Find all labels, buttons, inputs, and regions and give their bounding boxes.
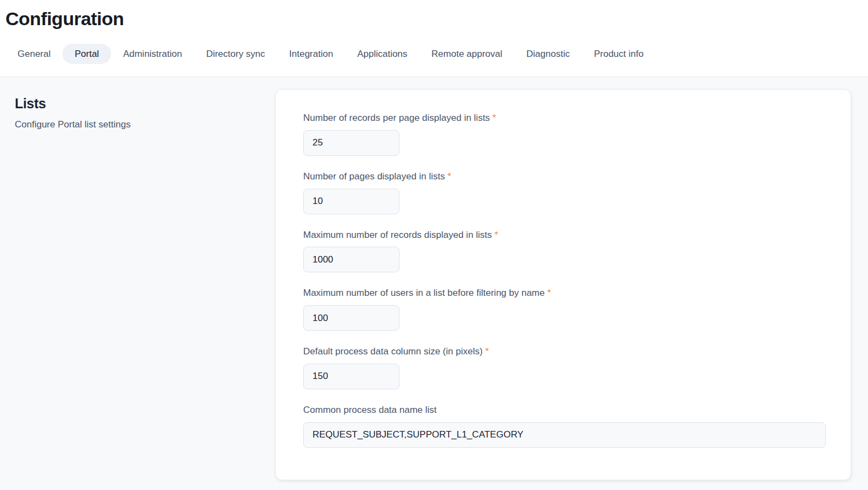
max-users-filter-input[interactable] xyxy=(303,305,400,331)
section-description: Configure Portal list settings xyxy=(15,119,264,130)
tab-integration[interactable]: Integration xyxy=(277,44,345,65)
field-label-pages-displayed: Number of pages displayed in lists * xyxy=(303,170,826,183)
field-label-records-per-page: Number of records per page displayed in … xyxy=(303,112,826,125)
field-label-common-process-data: Common process data name list xyxy=(303,404,826,417)
tab-directory-sync[interactable]: Directory sync xyxy=(194,44,277,65)
required-asterisk: * xyxy=(545,288,551,298)
field-label-text: Maximum number of users in a list before… xyxy=(303,288,545,298)
required-asterisk: * xyxy=(492,230,498,240)
form-field-max-users-filter: Maximum number of users in a list before… xyxy=(303,287,826,331)
form-field-common-process-data: Common process data name list xyxy=(303,404,826,448)
tab-portal[interactable]: Portal xyxy=(62,44,111,65)
tab-general[interactable]: General xyxy=(5,44,62,65)
form-field-max-records: Maximum number of records displayed in l… xyxy=(303,229,826,273)
section-info: Lists Configure Portal list settings xyxy=(0,77,275,490)
required-asterisk: * xyxy=(490,113,496,123)
page-title: Configuration xyxy=(5,7,868,32)
field-label-max-records: Maximum number of records displayed in l… xyxy=(303,229,826,242)
tab-product-info[interactable]: Product info xyxy=(582,44,656,65)
tab-diagnostic[interactable]: Diagnostic xyxy=(514,44,582,65)
tab-remote-approval[interactable]: Remote approval xyxy=(419,44,514,65)
section-title: Lists xyxy=(15,96,264,112)
common-process-data-input[interactable] xyxy=(303,422,826,448)
field-label-max-users-filter: Maximum number of users in a list before… xyxy=(303,287,826,300)
field-label-text: Number of records per page displayed in … xyxy=(303,113,490,123)
field-label-text: Number of pages displayed in lists xyxy=(303,171,445,182)
form-field-pages-displayed: Number of pages displayed in lists * xyxy=(303,170,826,214)
field-label-text: Maximum number of records displayed in l… xyxy=(303,230,492,240)
tab-administration[interactable]: Administration xyxy=(111,44,194,65)
field-label-default-column-size: Default process data column size (in pix… xyxy=(303,345,826,358)
content-area: Lists Configure Portal list settings Num… xyxy=(0,77,868,490)
records-per-page-input[interactable] xyxy=(303,130,400,156)
tab-applications[interactable]: Applications xyxy=(345,44,420,65)
tab-bar: GeneralPortalAdministrationDirectory syn… xyxy=(0,44,868,65)
settings-card: Number of records per page displayed in … xyxy=(275,89,851,480)
page-header: Configuration GeneralPortalAdministratio… xyxy=(0,0,868,77)
form-field-records-per-page: Number of records per page displayed in … xyxy=(303,112,826,156)
pages-displayed-input[interactable] xyxy=(303,189,400,214)
default-column-size-input[interactable] xyxy=(303,364,400,389)
required-asterisk: * xyxy=(445,171,451,182)
field-label-text: Default process data column size (in pix… xyxy=(303,346,483,357)
form-field-default-column-size: Default process data column size (in pix… xyxy=(303,345,826,389)
max-records-input[interactable] xyxy=(303,247,400,272)
required-asterisk: * xyxy=(483,346,489,357)
field-label-text: Common process data name list xyxy=(303,405,437,415)
